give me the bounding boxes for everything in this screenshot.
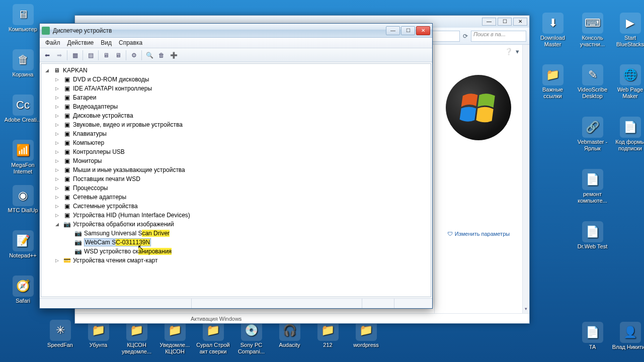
chevron-down-icon[interactable]: ▾ [516,48,519,55]
app-icon: ✳ [50,320,71,341]
expander-icon[interactable] [65,249,71,254]
expander-icon[interactable]: ▷ [54,86,60,92]
expander-icon[interactable]: ▷ [54,186,60,191]
device-category[interactable]: ▷▣Клавиатуры [41,129,431,138]
desktop-icon[interactable]: 📶MegaFon Internet [4,140,42,174]
expander-icon[interactable]: ▷ [54,158,60,164]
device-category[interactable]: ▷▣Системные устройства [41,202,431,211]
device-category[interactable]: ▷▣Компьютер [41,138,431,147]
device-item[interactable]: 📷Samsung Universal Scan Driver [41,229,431,238]
expander-icon[interactable]: ▷ [54,95,60,101]
desktop-icon[interactable]: 💿Sony PC Compani... [232,320,270,354]
change-params-link[interactable]: 🛡 Изменить параметры [447,231,510,237]
desktop-icon[interactable]: 🧭Safari [4,276,42,304]
device-category[interactable]: ▷▣Звуковые, видео и игровые устройства [41,120,431,129]
expander-icon[interactable]: ▷ [54,176,60,182]
desktop-icon[interactable]: 📁wordpress [347,320,385,348]
scan-hardware-icon[interactable]: 🔍 [144,50,155,61]
desktop-icon[interactable]: ✎VideoScribe Desktop [574,64,611,99]
maximize-button[interactable]: ☐ [401,26,415,35]
desktop-icon[interactable]: 📄ТА [574,322,611,350]
menu-item[interactable]: Действие [64,38,98,47]
menu-item[interactable]: Файл [42,38,64,47]
expander-icon[interactable]: ▷ [54,258,60,263]
search-input[interactable]: Поиск в па... [471,31,526,42]
expander-icon[interactable]: ▷ [54,195,60,200]
desktop-icon[interactable]: 📄Код формы подписки [611,117,644,151]
desktop-icon[interactable]: ◉МТС DialUp [4,185,42,214]
expander-icon[interactable]: ▷ [54,167,60,173]
desktop-icon[interactable]: 🖥Компьютер [4,4,42,33]
desktop-icon[interactable]: 📝Notepad++ [4,230,42,259]
nav-back-icon[interactable]: ⬅ [42,50,53,61]
desktop-icon[interactable]: 📁Сурал Строй акт сверки [194,320,232,354]
desktop-icon[interactable]: ▶Start BlueStacks [611,13,644,47]
explorer-close-button[interactable]: ✕ [513,18,527,26]
uninstall-icon[interactable]: 🗑 [156,50,167,61]
scrollbar[interactable]: ▾ [522,45,529,313]
desktop-icon[interactable]: 🎧Audacity [271,320,308,348]
desktop-icon[interactable]: 👤Влад Никитин [611,322,644,350]
expander-icon[interactable]: ▷ [54,149,60,155]
refresh-icon[interactable]: ⟳ [463,33,468,40]
device-tree[interactable]: ◢🖥KAPKAN▷▣DVD и CD-ROM дисководы▷▣IDE AT… [41,63,431,297]
expander-icon[interactable]: ▷ [54,131,60,137]
desktop-icon[interactable]: CcAdobe Creati... [4,95,42,123]
menu-item[interactable]: Справка [115,38,146,47]
device-category[interactable]: ▷▣Видеоадаптеры [41,102,431,111]
expander-icon[interactable] [65,231,71,236]
desktop-icon[interactable]: 🗑Корзина [4,49,42,78]
device-category[interactable]: ▷▣Дисковые устройства [41,111,431,120]
expander-icon[interactable]: ▷ [54,213,60,218]
desktop-icon[interactable]: ✳SpeedFan [41,320,79,348]
add-legacy-icon[interactable]: ➕ [168,50,179,61]
device-category[interactable]: ▷▣Батареи [41,93,431,102]
monitors-icon[interactable]: 🖥 [113,50,124,61]
device-category[interactable]: ▷▣Устройства HID (Human Interface Device… [41,211,431,220]
show-hide-tree-icon[interactable]: ▦ [69,50,80,61]
menu-item[interactable]: Вид [97,38,115,47]
device-item[interactable]: 📷WebCam SC-0311139N [41,238,431,247]
desktop-icon[interactable]: 📄Dr.Web Test [574,221,611,250]
device-category[interactable]: ▷▣Мыши и иные указывающие устройства [41,165,431,174]
expander-icon[interactable] [65,240,71,245]
device-category[interactable]: ◢📷Устройства обработки изображений [41,220,431,229]
desktop-icon[interactable]: 📁Важные ссылки [534,64,572,99]
device-category[interactable]: ▷▣Мониторы [41,156,431,165]
device-item[interactable]: 📷WSD устройство сканирования [41,247,431,256]
desktop-icon[interactable]: ⬇Download Master [534,13,572,47]
device-icon: ▣ [63,193,71,201]
expander-icon[interactable]: ◢ [54,222,60,227]
help-icon[interactable]: ❔ [505,48,513,55]
explorer-minimize-button[interactable]: — [482,18,496,26]
explorer-maximize-button[interactable]: ☐ [498,18,512,26]
device-category[interactable]: ▷▣Сетевые адаптеры [41,193,431,202]
desktop-icon[interactable]: 📄ремонт компьюте... [574,169,611,204]
expander-icon[interactable]: ▷ [54,140,60,146]
desktop-icon[interactable]: 📁212 [309,320,347,348]
expander-icon[interactable]: ▷ [54,77,60,82]
expander-icon[interactable]: ▷ [54,113,60,119]
device-category[interactable]: ▷💳Устройства чтения смарт-карт [41,256,431,265]
tree-root[interactable]: ◢🖥KAPKAN [41,66,431,75]
monitor-icon[interactable]: 🖥 [101,50,112,61]
device-category[interactable]: ▷▣Процессоры [41,184,431,193]
desktop-icon[interactable]: 📁Уведомле... КЦСОН [156,320,194,354]
desktop-icon[interactable]: ⌨Консоль участни... [574,13,611,47]
minimize-button[interactable]: — [386,26,400,35]
device-category[interactable]: ▷▣Контроллеры USB [41,147,431,156]
desktop-icon[interactable]: 📁Убунта [79,320,117,348]
expander-icon[interactable]: ▷ [54,122,60,128]
device-category[interactable]: ▷▣IDE ATA/ATAPI контроллеры [41,84,431,93]
update-driver-icon[interactable]: ⚙ [128,50,139,61]
expander-icon[interactable]: ▷ [54,104,60,110]
desktop-icon[interactable]: 📁КЦСОН уведомле... [118,320,155,354]
expander-icon[interactable]: ◢ [44,68,50,73]
desktop-icon[interactable]: 🌐Web Page Maker [611,64,644,99]
properties-icon[interactable]: ▤ [85,50,96,61]
close-button[interactable]: ✕ [416,26,430,35]
desktop-icon[interactable]: 🔗Vebmaster - Ярлык [574,117,611,151]
expander-icon[interactable]: ▷ [54,204,60,209]
device-category[interactable]: ▷▣DVD и CD-ROM дисководы [41,75,431,84]
device-category[interactable]: ▷▣Поставщик печати WSD [41,174,431,184]
